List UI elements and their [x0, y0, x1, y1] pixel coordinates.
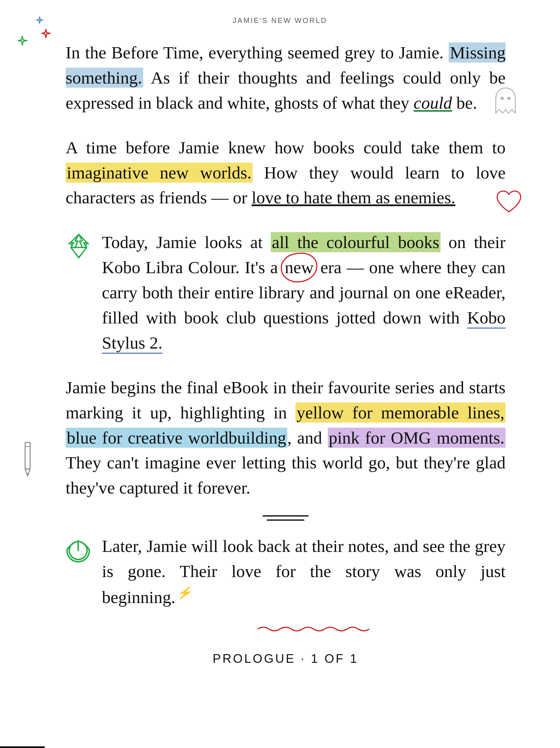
highlight-pink-moments: pink for OMG moments.	[328, 428, 506, 448]
word-new-circled: new	[283, 255, 315, 280]
highlight-colourful-books: all the colourful books	[271, 232, 440, 252]
power-icon	[64, 535, 92, 564]
footer: PROLOGUE · 1 OF 1	[66, 646, 506, 665]
highlight-yellow-lines: yellow for memorable lines,	[295, 402, 506, 423]
squiggle-decoration	[66, 512, 506, 525]
content-area: In the Before Time, everything seemed gr…	[0, 25, 560, 688]
paragraph-5: Later, Jamie will look back at their not…	[102, 534, 506, 610]
blue-annotation: ⚡	[176, 586, 192, 600]
highlight-imaginative-worlds: imaginative new worlds.	[66, 163, 253, 183]
header-title: JAMIE'S NEW WORLD	[233, 16, 327, 25]
recycle-icon	[64, 232, 94, 261]
paragraph-3: Today, Jamie looks at all the colourful …	[102, 230, 506, 355]
paragraph-1: In the Before Time, everything seemed gr…	[66, 40, 506, 116]
footer-line	[0, 746, 45, 748]
pencil-icon	[17, 441, 38, 478]
page-header: JAMIE'S NEW WORLD	[0, 0, 560, 25]
highlight-blue-worldbuilding: blue for creative worldbuilding	[66, 428, 287, 448]
page-wrapper: JAMIE'S NEW WORLD	[0, 0, 560, 748]
paragraph-2: A time before Jamie knew how books could…	[66, 135, 506, 211]
footer-text: PROLOGUE · 1 OF 1	[213, 643, 359, 665]
kobo-stylus-underlined: Kobo Stylus 2.	[102, 308, 506, 354]
paragraph-3-container: Today, Jamie looks at all the colourful …	[66, 230, 506, 355]
underline-love-hate: love to hate them as enemies.	[251, 188, 455, 207]
italic-could: could	[414, 93, 452, 112]
highlight-missing-something: Missing something.	[66, 43, 506, 88]
paragraph-5-container: Later, Jamie will look back at their not…	[66, 534, 506, 610]
red-wave-decoration	[121, 624, 506, 635]
paragraph-4: Jamie begins the final eBook in their fa…	[66, 375, 506, 500]
